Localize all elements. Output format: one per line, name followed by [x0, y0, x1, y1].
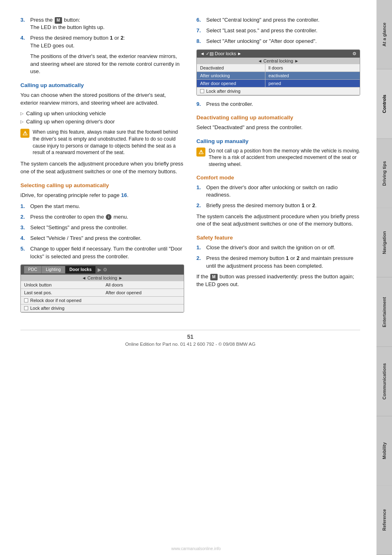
heading-calling-manually: Calling up manually	[196, 138, 360, 144]
comfort-system-cancels: The system cancels the adjustment proced…	[196, 213, 360, 228]
sidebar-tab-at-a-glance[interactable]: At a glance	[376, 0, 392, 69]
dl-header-right: ⚙	[352, 51, 356, 56]
bullet-1: ▷ Calling up when unlocking vehicle	[20, 110, 184, 116]
dl-row-after-door-opened[interactable]: After door opened	[197, 80, 265, 87]
step-3-text: Press the M button: The LED in the butto…	[30, 16, 184, 31]
heading-deactivating: Deactivating calling up automatically	[196, 114, 360, 121]
dl-screen-header: ◄ ✓▤ Door locks ► ⚙	[197, 50, 360, 58]
two-column-layout: 3. Press the M button: The LED in the bu…	[20, 16, 360, 318]
right-column: 6. Select "Central locking" and press th…	[196, 16, 360, 318]
warning-icon-2: ⚠	[196, 148, 205, 157]
substep-4-num: 4.	[20, 235, 28, 242]
step-6: 6. Select "Central locking" and press th…	[196, 16, 360, 24]
info-icon: i	[106, 214, 111, 220]
substep-5-text: Change to upper field if necessary. Turn…	[30, 245, 184, 260]
dl-body: Deactivated After unlocking After door o…	[197, 64, 360, 87]
dl-right-row-3: pened	[265, 80, 360, 87]
step-8-text: Select "After unlocking" or "After door …	[206, 38, 360, 45]
step-4-text: Press the desired memory button 1 or 2: …	[30, 34, 184, 49]
dl-row-deactivated[interactable]: Deactivated	[197, 64, 265, 72]
screen-cell-unlock-value: All doors	[102, 281, 184, 289]
comfort-step-2-text: Briefly press the desired memory button …	[206, 202, 360, 209]
sidebar-tab-entertainment[interactable]: Entertainment	[376, 278, 392, 347]
sidebar-tab-communications[interactable]: Communications	[376, 347, 392, 416]
substep-3-num: 3.	[20, 224, 28, 231]
sidebar-tab-navigation[interactable]: Navigation	[376, 208, 392, 278]
step-8-num: 8.	[196, 38, 204, 45]
checkbox-row-2: Lock after driving	[21, 304, 184, 312]
bullet-1-text: Calling up when unlocking vehicle	[26, 110, 106, 116]
screen-header-1: PDC Lighting Door locks ▶ ⚙	[21, 265, 184, 275]
step-4-num: 4.	[20, 34, 28, 49]
dl-checkbox[interactable]	[200, 89, 204, 93]
checkbox-lock-driving[interactable]	[24, 306, 28, 310]
safety-step-2-text: Press the desired memory button 1 or 2 a…	[206, 255, 360, 269]
sidebar-tab-reference[interactable]: Reference	[376, 486, 392, 555]
heading-calling-up-automatically: Calling up automatically	[20, 82, 184, 88]
sidebar-tab-mobility[interactable]: Mobility	[376, 416, 392, 486]
substep-2-num: 2.	[20, 213, 28, 221]
system-cancels-text: The system cancels the adjustment proced…	[20, 160, 184, 176]
substep-4-text: Select "Vehicle / Tires" and press the c…	[30, 235, 184, 242]
safety-note: If the M button was pressed inadvertentl…	[196, 273, 360, 289]
step-7-num: 7.	[196, 27, 204, 34]
sidebar-tab-controls[interactable]: Controls	[376, 69, 392, 139]
m-button-icon: M	[55, 17, 62, 24]
checkbox-row-1: Relock door if not opened	[21, 297, 184, 304]
checkbox-relock[interactable]	[24, 298, 28, 302]
dl-header-left: ◄ ✓▤ Door locks ►	[200, 51, 242, 56]
step-4: 4. Press the desired memory button 1 or …	[20, 34, 184, 49]
step-9-text: Press the controller.	[206, 101, 360, 108]
left-column: 3. Press the M button: The LED in the bu…	[20, 16, 184, 318]
safety-step-2-num: 2.	[196, 255, 204, 269]
tab-door-locks[interactable]: Door locks	[65, 266, 96, 273]
step-6-num: 6.	[196, 16, 204, 24]
screen-mockup-2: ◄ ✓▤ Door locks ► ⚙ ◄ Central locking ► …	[196, 49, 360, 96]
comfort-step-2: 2. Briefly press the desired memory butt…	[196, 202, 360, 209]
checkbox-relock-label: Relock door if not opened	[30, 298, 81, 303]
idrive-ref: iDrive, for operating principle refer to…	[20, 192, 184, 199]
dl-row-after-unlocking[interactable]: After unlocking	[197, 72, 265, 80]
screen-mockup-1: PDC Lighting Door locks ▶ ⚙ ◄ Central lo…	[20, 264, 184, 313]
substep-4: 4. Select "Vehicle / Tires" and press th…	[20, 235, 184, 242]
step-7-text: Select "Last seat pos." and press the co…	[206, 27, 360, 34]
substep-5-num: 5.	[20, 245, 28, 260]
dl-checkbox-row: Lock after driving	[197, 87, 360, 95]
substep-2-text: Press the controller to open the i menu.	[30, 213, 184, 221]
screen-row-2: Last seat pos. After door opened	[21, 289, 184, 297]
safety-step-2: 2. Press the desired memory button 1 or …	[196, 255, 360, 269]
warning-text-1: When using this feature, always make sur…	[33, 129, 184, 156]
dl-left-col: Deactivated After unlocking After door o…	[197, 64, 265, 87]
sidebar-tab-driving-tips[interactable]: Driving tips	[376, 139, 392, 208]
deactivating-text: Select "Deactivated" and press the contr…	[196, 124, 360, 132]
main-content: 3. Press the M button: The LED in the bu…	[0, 0, 376, 555]
step-9-num: 9.	[196, 101, 204, 108]
step-3: 3. Press the M button: The LED in the bu…	[20, 16, 184, 31]
step-6-text: Select "Central locking" and press the c…	[206, 16, 360, 24]
heading-comfort-mode: Comfort mode	[196, 175, 360, 181]
dl-right-col: ll doors eactivated pened	[265, 64, 360, 87]
dl-right-row-2: eactivated	[265, 72, 360, 80]
heading-selecting-calling: Selecting calling up automatically	[20, 182, 184, 188]
dl-right-row-1: ll doors	[265, 64, 360, 72]
nav-arrow-right[interactable]: ▶ ⚙	[96, 266, 109, 273]
bullet-2: ▷ Calling up when opening driver's door	[20, 119, 184, 125]
comfort-step-1: 1. Open the driver's door after unlockin…	[196, 184, 360, 199]
screen-cell-lastseat-label: Last seat pos.	[21, 289, 102, 296]
screen-subtitle-1: ◄ Central locking ►	[21, 275, 184, 281]
substep-3-text: Select "Settings" and press the controll…	[30, 224, 184, 231]
heading-safety-feature: Safety feature	[196, 235, 360, 241]
online-edition-text: Online Edition for Part no. 01 41 2 600 …	[125, 342, 255, 347]
tab-pdc[interactable]: PDC	[24, 266, 42, 273]
substep-1-text: Open the start menu.	[30, 203, 184, 210]
checkbox-lock-driving-label: Lock after driving	[30, 306, 65, 311]
safety-step-1-num: 1.	[196, 244, 204, 251]
tab-lighting[interactable]: Lighting	[42, 266, 65, 273]
step-7: 7. Select "Last seat pos." and press the…	[196, 27, 360, 34]
screen-cell-unlock-label: Unlock button	[21, 281, 102, 289]
warning-box-2: ⚠ Do not call up a position from the mem…	[196, 148, 360, 168]
triangle-icon-2: ▷	[20, 119, 24, 124]
comfort-step-2-num: 2.	[196, 202, 204, 209]
step-8: 8. Select "After unlocking" or "After do…	[196, 38, 360, 45]
step-4-note: The positions of the driver's seat, the …	[30, 53, 184, 76]
